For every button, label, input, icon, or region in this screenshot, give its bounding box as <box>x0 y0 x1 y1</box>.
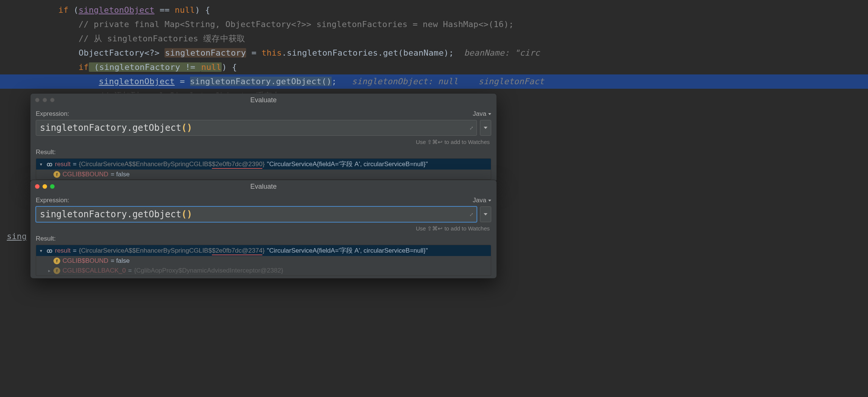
expression-label: Expression: <box>36 197 69 204</box>
field-icon: f <box>53 258 60 264</box>
close-icon[interactable] <box>35 98 40 102</box>
minimize-icon[interactable] <box>43 98 47 102</box>
partial-text: sing <box>7 232 27 241</box>
tree-row-field[interactable]: f CGLIB$BOUND = false <box>36 170 491 179</box>
tree-row-result[interactable]: ▾ ꝏ result = {CircularServiceA$$Enhancer… <box>36 245 491 256</box>
maximize-icon[interactable] <box>50 184 55 189</box>
expression-input[interactable]: singletonFactory.getObject() ⤢ <box>36 120 477 136</box>
result-tree[interactable]: ▾ ꝏ result = {CircularServiceA$$Enhancer… <box>36 158 491 180</box>
titlebar[interactable]: Evaluate <box>30 180 496 193</box>
code-line: ObjectFactory<?> singletonFactory = this… <box>0 46 868 60</box>
code-line: if (singletonObject == null) { <box>0 3 868 17</box>
add-watch-hint: Use ⇧⌘↩ to add to Watches <box>36 139 490 145</box>
chevron-down-icon <box>487 110 491 118</box>
evaluate-dialog-back[interactable]: Evaluate Expression: Java singletonFacto… <box>30 93 497 182</box>
code-line: // private final Map<String, ObjectFacto… <box>0 17 868 32</box>
collapse-icon[interactable]: ▾ <box>39 162 43 167</box>
expand-icon[interactable]: ⤢ <box>469 125 474 131</box>
history-dropdown[interactable] <box>480 206 491 222</box>
tree-row-field[interactable]: ▸ f CGLIB$CALLBACK_0 = {CglibAopProxy$Dy… <box>36 266 491 276</box>
result-label: Result: <box>36 148 491 156</box>
field-icon: f <box>53 171 60 178</box>
add-watch-hint: Use ⇧⌘↩ to add to Watches <box>36 225 490 232</box>
chevron-down-icon <box>487 197 491 204</box>
dialog-title: Evaluate <box>30 96 496 104</box>
minimize-icon[interactable] <box>43 184 47 189</box>
traffic-lights[interactable] <box>35 98 55 102</box>
tree-row-result[interactable]: ▾ ꝏ result = {CircularServiceA$$Enhancer… <box>36 159 491 170</box>
collapse-icon[interactable]: ▾ <box>39 248 43 253</box>
history-dropdown[interactable] <box>480 120 491 136</box>
language-picker[interactable]: Java <box>473 110 491 118</box>
breakpoint-line[interactable]: singletonObject = singletonFactory.getOb… <box>0 74 868 89</box>
close-icon[interactable] <box>35 184 40 189</box>
tree-row-field[interactable]: f CGLIB$BOUND = false <box>36 256 491 266</box>
evaluate-dialog-front[interactable]: Evaluate Expression: Java singletonFacto… <box>30 180 497 279</box>
field-icon: f <box>53 267 60 274</box>
code-line: if (singletonFactory != null) { <box>0 60 868 74</box>
object-icon: ꝏ <box>45 161 53 168</box>
result-tree[interactable]: ▾ ꝏ result = {CircularServiceA$$Enhancer… <box>36 245 491 276</box>
dialog-title: Evaluate <box>30 183 496 191</box>
titlebar[interactable]: Evaluate <box>30 94 496 106</box>
result-label: Result: <box>36 235 491 242</box>
maximize-icon[interactable] <box>50 98 55 102</box>
expand-icon[interactable]: ⤢ <box>469 212 474 217</box>
object-icon: ꝏ <box>45 247 53 254</box>
traffic-lights[interactable] <box>35 184 55 189</box>
code-line: // 从 singletonFactories 缓存中获取 <box>0 32 868 46</box>
expression-label: Expression: <box>36 110 69 118</box>
expression-input[interactable]: singletonFactory.getObject() ⤢ <box>36 206 477 222</box>
language-picker[interactable]: Java <box>473 197 491 204</box>
expand-icon[interactable]: ▸ <box>47 268 51 273</box>
